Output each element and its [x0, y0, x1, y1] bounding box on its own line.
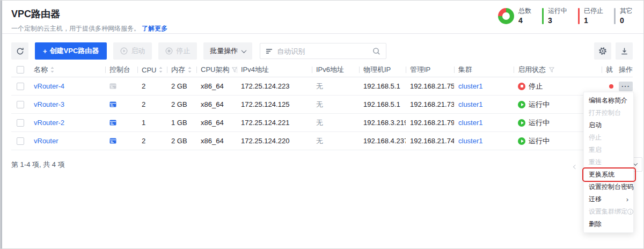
start-button[interactable]: 启动 [113, 42, 152, 60]
sort-icon[interactable] [159, 67, 163, 73]
context-menu-item[interactable]: 删除 › [584, 218, 633, 230]
physical-ip-value: 192.168.3.219 [359, 119, 406, 127]
ipv4-value: 172.25.124.125 [237, 100, 312, 108]
col-header-enable-state[interactable]: 启用状态 [514, 63, 602, 77]
status-label: 运行中 [529, 100, 550, 109]
col-header-name[interactable]: 名称 [30, 63, 105, 77]
console-icon[interactable] [109, 119, 116, 126]
table-row: vRouter 2 2 GB x86_64 172.25.124.220 无 1… [11, 132, 633, 150]
context-menu-item[interactable]: 打开控制台 › [584, 107, 633, 119]
ipv6-value: 无 [312, 82, 359, 91]
stat-total: 总数4 [518, 7, 531, 25]
menu-item-label: 编辑名称简介 [589, 96, 627, 105]
cluster-link[interactable]: cluster1 [458, 137, 483, 145]
physical-ip-value: 192.168.4.237 [359, 137, 406, 145]
search-icon[interactable] [372, 47, 380, 55]
menu-item-label: 打开控制台 [589, 108, 621, 118]
context-menu-item[interactable]: 迁移 › [584, 193, 633, 206]
stat-stopped: 已停止1 [578, 7, 603, 25]
context-menu-item[interactable]: 编辑名称简介 › [584, 94, 633, 107]
status-summary: 总数4 运行中3 已停止1 其它0 [498, 7, 636, 25]
context-menu-item[interactable]: 停止 › [584, 131, 633, 144]
stat-running: 运行中3 [542, 7, 567, 25]
learn-more-link[interactable]: 了解更多 [142, 25, 167, 32]
context-menu-item[interactable]: 重连 › [584, 156, 633, 169]
batch-actions-dropdown[interactable]: 批量操作 [203, 42, 252, 60]
stat-value: 3 [548, 16, 567, 25]
stat-label: 运行中 [548, 7, 567, 16]
stopped-bar [578, 8, 580, 24]
physical-ip-value: 192.168.5.1 [359, 82, 406, 90]
stat-label: 总数 [518, 7, 531, 16]
col-header-cpu[interactable]: CPU [137, 63, 167, 77]
row-checkbox[interactable] [17, 101, 24, 108]
gear-icon [598, 47, 607, 55]
col-header-ipv6: IPv6地址 [312, 63, 359, 77]
pagination-summary: 第 1-4 项, 共 4 项 [11, 160, 65, 169]
stop-button[interactable]: 停止 [158, 42, 197, 60]
console-icon[interactable] [109, 137, 116, 144]
mgmt-ip-value: 192.168.21.74 [406, 137, 454, 145]
row-checkbox[interactable] [17, 137, 24, 145]
download-icon [620, 47, 628, 55]
ready-dot [609, 84, 613, 89]
search-input[interactable] [277, 47, 368, 55]
ipv4-value: 172.25.124.223 [237, 82, 312, 90]
refresh-icon [16, 47, 24, 55]
cluster-link[interactable]: cluster1 [458, 82, 483, 90]
sort-icon[interactable] [188, 67, 192, 73]
cpu-value: 2 [137, 100, 167, 108]
row-checkbox[interactable] [17, 83, 24, 90]
col-header-ready-state: 就 [602, 63, 618, 77]
filter-icon[interactable] [232, 67, 237, 72]
context-menu-item[interactable]: 重启 › [584, 144, 633, 156]
col-header-cpu-arch[interactable]: CPU架构 [196, 63, 237, 77]
cluster-link[interactable]: cluster1 [458, 100, 483, 108]
col-header-ipv4: IPv4地址 [237, 63, 312, 77]
plus-icon: + [43, 47, 47, 55]
column-settings-button[interactable] [594, 42, 611, 60]
row-more-icon[interactable]: ··· [619, 82, 633, 91]
sort-icon[interactable] [50, 67, 54, 73]
context-menu: 编辑名称简介 › 打开控制台 › 启动 › 停止 › 重启 › 重连 › 更换系… [583, 92, 634, 233]
page-header: VPC路由器 一个定制的云主机，用于提供多种网络服务。 了解更多 总数4 运行中… [1, 1, 643, 34]
row-checkbox[interactable] [17, 119, 24, 127]
context-menu-item[interactable]: 设置控制台密码 › [584, 181, 633, 193]
menu-item-label: 停止 [589, 133, 602, 142]
menu-item-label: 设置控制台密码 [589, 182, 634, 192]
create-vpc-router-button[interactable]: + 创建VPC路由器 [35, 42, 107, 60]
router-name-link[interactable]: vRouter-4 [34, 82, 64, 90]
table-row: vRouter-4 2 2 GB x86_64 172.25.124.223 无… [11, 77, 633, 96]
memory-value: 2 GB [167, 100, 196, 108]
stat-value: 4 [518, 16, 531, 25]
stat-other: 其它0 [614, 7, 633, 25]
mgmt-ip-value: 192.168.21.79 [406, 119, 454, 127]
pagination-prev-button[interactable] [574, 162, 577, 170]
context-menu-item[interactable]: 启动 › [584, 119, 633, 131]
col-header-memory[interactable]: 内存 [167, 63, 196, 77]
col-header-cluster: 集群 [454, 63, 514, 77]
chevron-down-icon [633, 161, 638, 165]
status-icon [518, 101, 525, 108]
console-icon[interactable] [109, 83, 116, 90]
menu-item-label: 设置集群绑定 [589, 207, 627, 216]
page-subtitle: 一个定制的云主机，用于提供多种网络服务。 了解更多 [11, 24, 633, 33]
cpu-value: 2 [137, 137, 167, 145]
info-icon [627, 209, 633, 215]
router-name-link[interactable]: vRouter-2 [34, 119, 64, 127]
filter-icon[interactable] [549, 67, 554, 72]
context-menu-item[interactable]: 更换系统 › [584, 169, 633, 181]
other-bar [614, 8, 616, 24]
router-name-link[interactable]: vRouter-3 [34, 100, 64, 108]
select-all-checkbox[interactable] [17, 66, 24, 74]
console-icon[interactable] [109, 101, 116, 108]
cluster-link[interactable]: cluster1 [458, 119, 483, 127]
context-menu-item[interactable]: 设置集群绑定 › [584, 206, 633, 218]
memory-value: 2 GB [167, 137, 196, 145]
export-button[interactable] [616, 42, 633, 60]
status-icon [518, 119, 525, 127]
router-name-link[interactable]: vRouter [34, 137, 58, 145]
search-box[interactable] [260, 43, 386, 59]
refresh-button[interactable] [11, 42, 28, 60]
vpc-router-page: VPC路由器 一个定制的云主机，用于提供多种网络服务。 了解更多 总数4 运行中… [0, 0, 644, 249]
